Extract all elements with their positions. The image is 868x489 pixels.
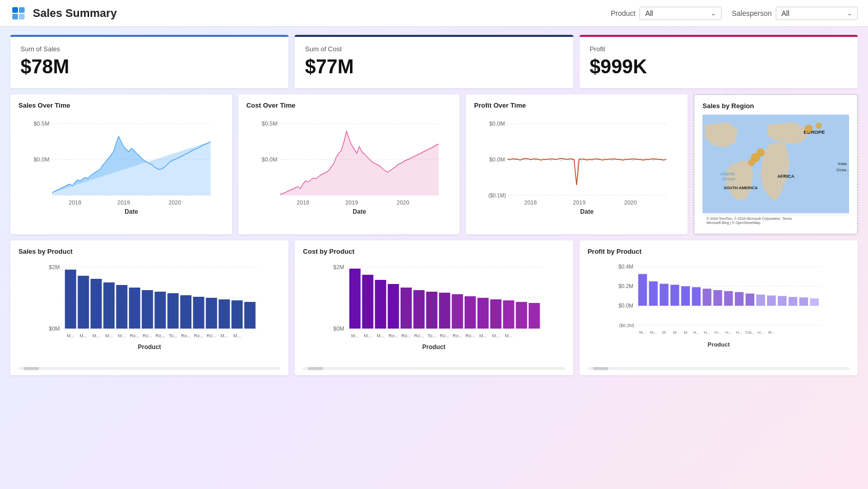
svg-text:Ro...: Ro... (465, 333, 475, 338)
svg-rect-58 (104, 282, 115, 329)
chart-row-top: Sales Over Time $0.5M $0.0M 2018 (10, 94, 858, 234)
svg-text:M: M (684, 330, 687, 335)
sales-over-time-title: Sales Over Time (18, 101, 224, 109)
svg-text:M...: M... (92, 333, 100, 338)
kpi-profit: Profit $999K (580, 35, 858, 88)
svg-text:Ro...: Ro... (142, 333, 152, 338)
product-filter-group: Product All ⌄ (611, 7, 721, 20)
svg-rect-98 (452, 294, 463, 329)
cost-by-product-title: Cost by Product (303, 248, 565, 255)
scrollbar-profit-product[interactable] (588, 367, 850, 370)
svg-text:Cla...: Cla... (745, 330, 754, 335)
svg-text:2018: 2018 (524, 199, 536, 206)
svg-text:$0.0M: $0.0M (489, 156, 505, 162)
svg-rect-59 (116, 285, 128, 329)
svg-text:2019: 2019 (117, 199, 130, 206)
svg-rect-3 (19, 14, 25, 19)
svg-text:Atlantic: Atlantic (720, 171, 736, 176)
cost-over-time-chart: $0.5M $0.0M 2018 2019 2020 Date (246, 113, 452, 216)
svg-text:$0.5M: $0.5M (34, 120, 50, 127)
sales-by-region-title: Sales by Region (702, 102, 849, 110)
svg-rect-140 (778, 296, 787, 305)
svg-text:Ro...: Ro... (194, 333, 203, 338)
svg-rect-138 (756, 295, 765, 306)
svg-text:$0.2M: $0.2M (618, 283, 633, 289)
salesperson-label: Salesperson (732, 9, 772, 17)
svg-text:M...: M... (650, 330, 656, 335)
product-dropdown[interactable]: All ⌄ (639, 7, 721, 20)
svg-rect-95 (414, 290, 425, 329)
sales-by-product-card: Sales by Product $2M $0M (10, 240, 288, 375)
svg-text:M...: M... (639, 330, 646, 335)
main-content: Sum of Sales $78M Sum of Cost $77M Profi… (0, 27, 868, 390)
svg-text:H...: H... (725, 330, 731, 335)
svg-text:2020: 2020 (624, 199, 636, 206)
svg-text:Date: Date (581, 208, 594, 215)
svg-text:Ocean: Ocean (721, 176, 735, 181)
svg-rect-55 (65, 270, 76, 329)
chart-row-bottom: Sales by Product $2M $0M (10, 240, 858, 375)
svg-text:$0.0M: $0.0M (618, 303, 633, 309)
app-title: Sales Summary (33, 7, 601, 20)
kpi-profit-value: $999K (590, 56, 848, 78)
svg-text:Date: Date (353, 208, 366, 215)
svg-rect-143 (810, 298, 818, 305)
svg-rect-139 (767, 295, 776, 305)
cost-over-time-card: Cost Over Time $0.5M $0.0M 2018 2019 202… (238, 94, 460, 234)
svg-rect-96 (426, 292, 438, 329)
svg-rect-101 (490, 299, 502, 329)
kpi-sales: Sum of Sales $78M (10, 35, 288, 88)
svg-rect-57 (91, 279, 102, 329)
svg-text:2019: 2019 (345, 199, 358, 206)
svg-text:AFRICA: AFRICA (777, 174, 795, 179)
svg-text:Ro...: Ro... (452, 333, 462, 338)
svg-text:$0.0M: $0.0M (261, 156, 277, 162)
svg-text:H...: H... (704, 330, 710, 335)
svg-text:SOUTH AMERICA: SOUTH AMERICA (724, 186, 758, 190)
svg-text:To...: To... (427, 333, 436, 338)
profit-by-product-title: Profit by Product (588, 248, 850, 255)
svg-rect-92 (375, 280, 386, 329)
svg-text:M: M (662, 330, 665, 335)
svg-rect-94 (401, 288, 412, 329)
svg-text:($0.1M): ($0.1M) (488, 193, 506, 198)
svg-text:2019: 2019 (573, 199, 585, 206)
kpi-sales-label: Sum of Sales (20, 45, 278, 53)
svg-rect-97 (439, 293, 450, 329)
svg-rect-127 (638, 274, 647, 306)
svg-text:M...: M... (105, 333, 113, 338)
svg-text:$0.5M: $0.5M (261, 120, 277, 127)
svg-text:M...: M... (364, 333, 371, 338)
scrollbar-sales-product[interactable] (18, 367, 280, 370)
svg-text:M: M (673, 330, 676, 335)
svg-point-46 (816, 123, 822, 129)
kpi-profit-label: Profit (590, 45, 848, 53)
svg-text:2018: 2018 (297, 199, 309, 206)
profit-over-time-chart: $0.0M $0.0M ($0.1M) 2018 2019 2020 Date (474, 113, 679, 216)
svg-text:Ro...: Ro... (130, 333, 139, 338)
app-icon (10, 5, 27, 22)
salesperson-dropdown[interactable]: All ⌄ (776, 7, 858, 20)
kpi-cost-value: $77M (305, 56, 563, 78)
kpi-sales-value: $78M (20, 56, 278, 78)
kpi-cost: Sum of Cost $77M (295, 35, 573, 88)
svg-text:To...: To... (169, 333, 177, 338)
svg-text:M...: M... (79, 333, 87, 338)
scrollbar-cost-product[interactable] (303, 367, 565, 370)
svg-text:Ocea...: Ocea... (836, 168, 849, 172)
svg-text:Product: Product (422, 343, 445, 351)
svg-rect-141 (789, 297, 797, 305)
svg-text:M...: M... (118, 333, 126, 338)
svg-rect-69 (244, 302, 256, 329)
svg-rect-134 (713, 290, 722, 305)
svg-text:H...: H... (693, 330, 699, 335)
svg-text:© 2024 TomTom, © 2024 Microsof: © 2024 TomTom, © 2024 Microsoft Corporat… (707, 217, 792, 221)
svg-rect-61 (142, 290, 153, 329)
profit-by-product-card: Profit by Product $0.4M $0.2M $0.0M ($0.… (580, 240, 858, 375)
svg-text:M...: M... (233, 333, 241, 338)
svg-text:$0.0M: $0.0M (489, 120, 505, 127)
svg-text:Ro...: Ro... (388, 333, 398, 338)
svg-rect-100 (478, 298, 489, 329)
svg-text:Ro...: Ro... (206, 333, 216, 338)
svg-rect-102 (503, 300, 514, 329)
